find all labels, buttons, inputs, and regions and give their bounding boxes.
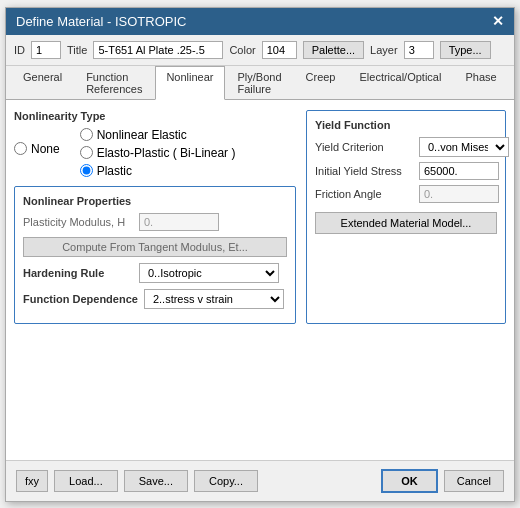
nonlinearity-type-title: Nonlinearity Type bbox=[14, 110, 296, 122]
radio-row-plastic: Plastic bbox=[80, 164, 236, 178]
other-radio-group: Nonlinear Elastic Elasto-Plastic ( Bi-Li… bbox=[80, 128, 236, 178]
yield-criterion-label: Yield Criterion bbox=[315, 141, 415, 153]
two-column-layout: Nonlinearity Type None Nonlinear Elastic bbox=[14, 110, 506, 324]
hardening-row: Hardening Rule 0..Isotropic 1..Kinematic… bbox=[23, 263, 287, 283]
title-input[interactable] bbox=[93, 41, 223, 59]
radio-nonlinear-elastic[interactable] bbox=[80, 128, 93, 141]
radio-nonlinear-elastic-label: Nonlinear Elastic bbox=[97, 128, 187, 142]
hardening-select[interactable]: 0..Isotropic 1..Kinematic 2..Combined bbox=[139, 263, 279, 283]
initial-stress-input[interactable] bbox=[419, 162, 499, 180]
yield-criterion-row: Yield Criterion 0..von Mises 1..Tresca 2… bbox=[315, 137, 497, 157]
radio-row-nonlinear-elastic: Nonlinear Elastic bbox=[80, 128, 236, 142]
save-button[interactable]: Save... bbox=[124, 470, 188, 492]
tab-creep[interactable]: Creep bbox=[295, 66, 347, 99]
tab-nonlinear[interactable]: Nonlinear bbox=[155, 66, 224, 100]
radio-plastic[interactable] bbox=[80, 164, 93, 177]
id-input[interactable] bbox=[31, 41, 61, 59]
tab-general[interactable]: General bbox=[12, 66, 73, 99]
initial-stress-row: Initial Yield Stress bbox=[315, 162, 497, 180]
function-dependence-select[interactable]: 0..None 1..strain rate 2..stress v strai… bbox=[144, 289, 284, 309]
title-label: Title bbox=[67, 44, 87, 56]
fxy-icon: fxy bbox=[25, 475, 39, 487]
initial-stress-label: Initial Yield Stress bbox=[315, 165, 415, 177]
radio-none-label: None bbox=[31, 142, 60, 156]
palette-button[interactable]: Palette... bbox=[303, 41, 364, 59]
nonlinear-props-title: Nonlinear Properties bbox=[23, 195, 287, 207]
yield-criterion-select[interactable]: 0..von Mises 1..Tresca 2..Hill bbox=[419, 137, 509, 157]
dialog-title: Define Material - ISOTROPIC bbox=[16, 14, 187, 29]
ok-button[interactable]: OK bbox=[381, 469, 438, 493]
layer-label: Layer bbox=[370, 44, 398, 56]
tab-function-references[interactable]: Function References bbox=[75, 66, 153, 99]
function-dependence-label: Function Dependence bbox=[23, 293, 138, 305]
radio-elasto-plastic[interactable] bbox=[80, 146, 93, 159]
radio-plastic-label: Plastic bbox=[97, 164, 132, 178]
header-row: ID Title Color Palette... Layer Type... bbox=[6, 35, 514, 66]
cancel-button[interactable]: Cancel bbox=[444, 470, 504, 492]
plasticity-label: Plasticity Modulus, H bbox=[23, 216, 133, 228]
load-button[interactable]: Load... bbox=[54, 470, 118, 492]
nonlinear-props-box: Nonlinear Properties Plasticity Modulus,… bbox=[14, 186, 296, 324]
radio-elasto-plastic-label: Elasto-Plastic ( Bi-Linear ) bbox=[97, 146, 236, 160]
friction-angle-input[interactable] bbox=[419, 185, 499, 203]
friction-angle-row: Friction Angle bbox=[315, 185, 497, 203]
radio-none[interactable] bbox=[14, 142, 27, 155]
nonlinearity-options: None Nonlinear Elastic Elasto-Plastic ( … bbox=[14, 128, 296, 178]
layer-input[interactable] bbox=[404, 41, 434, 59]
yield-function-box: Yield Function Yield Criterion 0..von Mi… bbox=[306, 110, 506, 324]
title-bar: Define Material - ISOTROPIC ✕ bbox=[6, 8, 514, 35]
left-column: Nonlinearity Type None Nonlinear Elastic bbox=[14, 110, 296, 324]
tab-plybond[interactable]: Ply/Bond Failure bbox=[227, 66, 293, 99]
radio-row-elasto-plastic: Elasto-Plastic ( Bi-Linear ) bbox=[80, 146, 236, 160]
dialog: Define Material - ISOTROPIC ✕ ID Title C… bbox=[5, 7, 515, 502]
plasticity-row: Plasticity Modulus, H bbox=[23, 213, 287, 231]
tab-electrical[interactable]: Electrical/Optical bbox=[349, 66, 453, 99]
function-dependence-row: Function Dependence 0..None 1..strain ra… bbox=[23, 289, 287, 309]
type-button[interactable]: Type... bbox=[440, 41, 491, 59]
yield-function-title: Yield Function bbox=[315, 119, 497, 131]
compute-button[interactable]: Compute From Tangent Modulus, Et... bbox=[23, 237, 287, 257]
hardening-label: Hardening Rule bbox=[23, 267, 133, 279]
close-button[interactable]: ✕ bbox=[492, 14, 504, 28]
fxy-button[interactable]: fxy bbox=[16, 470, 48, 492]
tab-bar: General Function References Nonlinear Pl… bbox=[6, 66, 514, 100]
id-label: ID bbox=[14, 44, 25, 56]
bottom-bar: fxy Load... Save... Copy... OK Cancel bbox=[6, 460, 514, 501]
copy-button[interactable]: Copy... bbox=[194, 470, 258, 492]
color-input[interactable] bbox=[262, 41, 297, 59]
tab-phase[interactable]: Phase bbox=[454, 66, 507, 99]
plasticity-input[interactable] bbox=[139, 213, 219, 231]
extended-model-button[interactable]: Extended Material Model... bbox=[315, 212, 497, 234]
friction-angle-label: Friction Angle bbox=[315, 188, 415, 200]
main-content: Nonlinearity Type None Nonlinear Elastic bbox=[6, 100, 514, 460]
color-label: Color bbox=[229, 44, 255, 56]
none-radio-group: None bbox=[14, 142, 60, 156]
